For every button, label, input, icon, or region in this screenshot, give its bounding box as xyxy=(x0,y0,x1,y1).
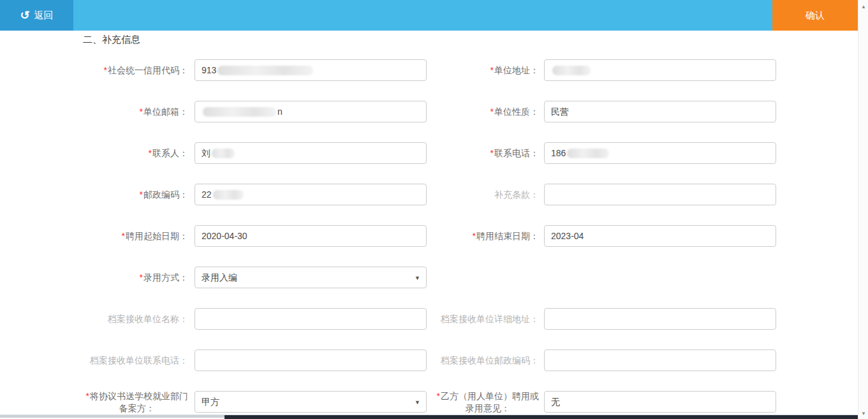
hire-start-label: *聘用起始日期： xyxy=(0,225,188,247)
back-button[interactable]: ↺ 返回 xyxy=(0,0,73,31)
required-asterisk: * xyxy=(140,272,143,283)
required-asterisk: * xyxy=(149,148,152,158)
contact-phone-label: *联系电话： xyxy=(427,142,539,164)
archive-addr-input[interactable] xyxy=(544,308,776,330)
form-row: 档案接收单位联系电话： 档案接收单位邮政编码： xyxy=(0,349,858,391)
recruit-mode-value: 录用入编 xyxy=(202,272,237,283)
form-row: *联系人： 刘 *联系电话： 186 xyxy=(0,142,858,184)
form-row: *录用方式： 录用入编 ▼ xyxy=(0,267,858,308)
unit-address-label: *单位地址： xyxy=(427,59,539,81)
form-page: 二、补充信息 *社会统一信用代码： 913 *单位地址： *单位邮箱： n xyxy=(0,31,858,419)
confirm-button[interactable]: 确认 xyxy=(772,0,858,31)
credit-code-label: *社会统一信用代码： xyxy=(0,59,188,81)
required-asterisk: * xyxy=(122,231,125,241)
filing-party-select[interactable]: 甲方 ▼ xyxy=(195,391,427,413)
credit-code-input[interactable]: 913 xyxy=(195,59,427,81)
redacted-value xyxy=(203,107,276,117)
archive-postal-input[interactable] xyxy=(544,349,776,371)
hire-end-input[interactable]: 2023-04 xyxy=(544,225,776,247)
postal-code-label: *邮政编码： xyxy=(0,184,188,205)
scrollbar[interactable]: ▲ ▼ xyxy=(858,0,868,419)
chevron-down-icon: ▼ xyxy=(415,392,420,413)
supplement-terms-input[interactable] xyxy=(544,184,776,205)
window-edge-dark xyxy=(224,415,858,419)
form-row: *单位邮箱： n *单位性质： 民营 xyxy=(0,101,858,142)
required-asterisk: * xyxy=(437,391,440,401)
redacted-value xyxy=(567,149,609,158)
party-b-opinion-label: *乙方（用人单位）聘用或 录用意见： xyxy=(427,391,539,415)
redacted-value xyxy=(552,66,591,75)
required-asterisk: * xyxy=(86,391,89,401)
filing-party-value: 甲方 xyxy=(202,397,219,407)
party-b-opinion-input[interactable]: 无 xyxy=(544,391,776,413)
top-bar: ↺ 返回 确认 xyxy=(0,0,858,31)
redacted-value xyxy=(217,66,313,75)
archive-phone-label: 档案接收单位联系电话： xyxy=(0,349,188,371)
hire-start-value: 2020-04-30 xyxy=(202,231,247,241)
window-edge-light xyxy=(0,415,224,418)
supplement-terms-label: 补充条款： xyxy=(427,184,539,205)
unit-nature-input[interactable]: 民营 xyxy=(544,101,776,122)
contact-person-label: *联系人： xyxy=(0,142,188,164)
unit-email-value: n xyxy=(277,107,283,117)
contact-phone-input[interactable]: 186 xyxy=(544,142,776,164)
required-asterisk: * xyxy=(490,65,494,75)
scroll-up-icon[interactable]: ▲ xyxy=(858,4,868,10)
contact-person-input[interactable]: 刘 xyxy=(195,142,427,164)
chevron-down-icon: ▼ xyxy=(415,267,420,288)
unit-nature-label: *单位性质： xyxy=(427,101,539,122)
contact-phone-value: 186 xyxy=(551,148,566,158)
required-asterisk: * xyxy=(490,148,494,158)
back-button-label: 返回 xyxy=(34,10,54,22)
contact-person-value: 刘 xyxy=(202,148,210,158)
unit-address-input[interactable] xyxy=(544,59,776,81)
section-title: 二、补充信息 xyxy=(83,34,140,46)
archive-name-input[interactable] xyxy=(195,308,427,330)
required-asterisk: * xyxy=(140,189,143,200)
archive-phone-input[interactable] xyxy=(195,349,427,371)
form-row: *聘用起始日期： 2020-04-30 *聘用结束日期： 2023-04 xyxy=(0,225,858,267)
unit-email-label: *单位邮箱： xyxy=(0,101,188,122)
recruit-mode-select[interactable]: 录用入编 ▼ xyxy=(195,267,427,288)
required-asterisk: * xyxy=(490,107,494,117)
required-asterisk: * xyxy=(104,65,107,75)
hire-end-value: 2023-04 xyxy=(551,231,584,241)
redacted-value xyxy=(213,190,244,200)
archive-postal-label: 档案接收单位邮政编码： xyxy=(427,349,539,371)
required-asterisk: * xyxy=(140,107,143,117)
credit-code-value: 913 xyxy=(202,65,216,75)
form-row: *社会统一信用代码： 913 *单位地址： xyxy=(0,59,858,101)
postal-code-input[interactable]: 22 xyxy=(195,184,427,205)
form-row: 档案接收单位名称： 档案接收单位详细地址： xyxy=(0,308,858,349)
hire-start-input[interactable]: 2020-04-30 xyxy=(195,225,427,247)
required-asterisk: * xyxy=(473,231,476,241)
postal-code-value: 22 xyxy=(202,189,212,200)
archive-addr-label: 档案接收单位详细地址： xyxy=(427,308,539,330)
scroll-down-icon[interactable]: ▼ xyxy=(858,411,868,416)
unit-nature-value: 民营 xyxy=(551,107,569,117)
party-b-opinion-value: 无 xyxy=(551,397,560,407)
supplementary-info-form: *社会统一信用代码： 913 *单位地址： *单位邮箱： n *单位性质： xyxy=(0,59,858,419)
form-row: *邮政编码： 22 补充条款： xyxy=(0,184,858,225)
filing-party-label: *将协议书送学校就业部门 备案方： xyxy=(0,391,188,415)
recruit-mode-label: *录用方式： xyxy=(0,267,188,288)
redacted-value xyxy=(212,149,235,158)
hire-end-label: *聘用结束日期： xyxy=(427,225,539,247)
unit-email-input[interactable]: n xyxy=(195,101,427,122)
back-arrow-icon: ↺ xyxy=(20,10,29,21)
archive-name-label: 档案接收单位名称： xyxy=(0,308,188,330)
